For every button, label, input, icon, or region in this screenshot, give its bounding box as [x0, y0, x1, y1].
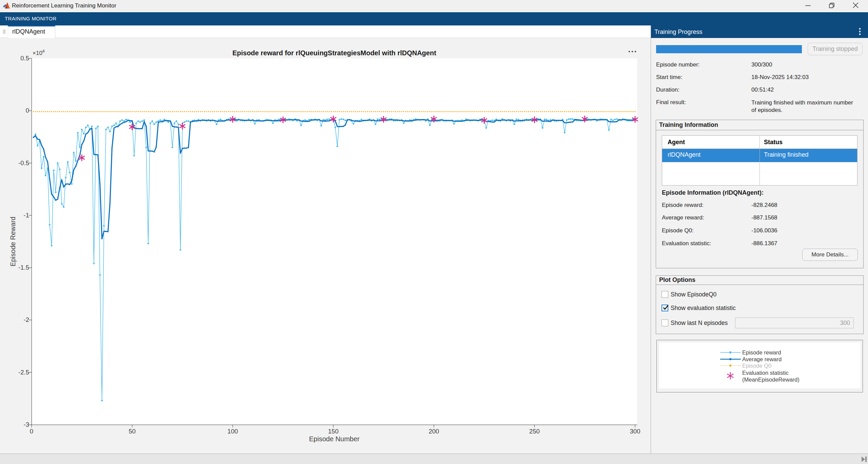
svg-text:200: 200 [429, 428, 439, 435]
svg-text:-2.5: -2.5 [18, 369, 29, 376]
svg-text:-1: -1 [24, 212, 29, 219]
svg-text:Episode reward for rlQueuingSt: Episode reward for rlQueuingStrategiesMo… [232, 49, 436, 57]
svg-text:100: 100 [228, 428, 238, 435]
svg-text:50: 50 [129, 428, 136, 435]
svg-text:250: 250 [529, 428, 540, 435]
svg-text:Episode Number: Episode Number [309, 435, 360, 443]
svg-text:0.5: 0.5 [20, 55, 29, 62]
svg-text:0: 0 [26, 107, 29, 114]
svg-text:150: 150 [328, 428, 339, 435]
svg-text:-2: -2 [24, 316, 29, 323]
svg-text:-0.5: -0.5 [18, 159, 29, 167]
svg-text:300: 300 [630, 428, 640, 435]
svg-text:0: 0 [30, 428, 33, 435]
svg-text:-1.5: -1.5 [18, 264, 29, 271]
svg-text:Episode Reward: Episode Reward [9, 217, 17, 267]
svg-text:-3: -3 [24, 421, 29, 428]
